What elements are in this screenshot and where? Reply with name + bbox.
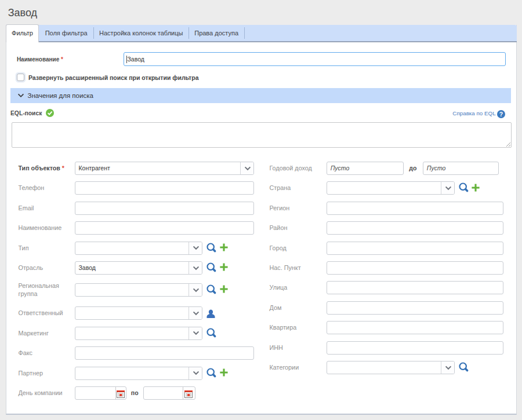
- svg-text:?: ?: [499, 111, 502, 118]
